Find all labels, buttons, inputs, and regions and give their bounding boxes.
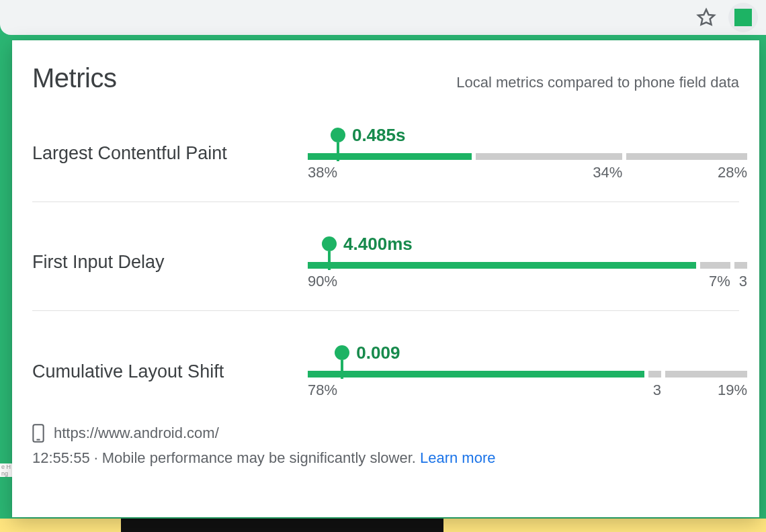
segment-poor xyxy=(665,371,747,378)
local-value-marker: 0.009 xyxy=(335,345,349,379)
timestamp: 12:55:55 xyxy=(32,449,90,466)
segment-poor xyxy=(734,262,747,269)
segment-ni xyxy=(700,262,730,269)
browser-omnibox-bar xyxy=(0,0,766,35)
marker-stem xyxy=(328,251,331,270)
metric-row: Largest Contentful Paint0.485s38%34%28% xyxy=(32,93,739,202)
footer-note: 12:55:55·Mobile performance may be signi… xyxy=(32,449,739,467)
segment-label: 3 xyxy=(648,382,661,399)
segment-good xyxy=(308,262,696,269)
segment-label: 90% xyxy=(308,273,696,290)
metric-distribution-bar: 0.00978%319% xyxy=(308,344,739,399)
metric-name: Largest Contentful Paint xyxy=(32,143,308,164)
marker-stem xyxy=(341,360,343,379)
local-value-marker: 4.400ms xyxy=(322,236,337,270)
marker-dot-icon xyxy=(331,128,345,142)
panel-title: Metrics xyxy=(32,63,116,93)
segment-label: 7% xyxy=(700,273,730,290)
segment-ni xyxy=(476,153,622,160)
segment-label: 28% xyxy=(626,164,747,181)
page-background-footer xyxy=(0,519,766,532)
web-vitals-extension-icon xyxy=(734,9,752,26)
segment-ni xyxy=(648,371,661,378)
segment-poor xyxy=(626,153,747,160)
metric-distribution-bar: 0.485s38%34%28% xyxy=(308,126,739,181)
metric-name: First Input Delay xyxy=(32,252,308,273)
phone-icon xyxy=(32,424,44,443)
bookmark-star-icon[interactable] xyxy=(696,7,716,28)
panel-subtitle: Local metrics compared to phone field da… xyxy=(456,74,739,91)
marker-dot-icon xyxy=(335,345,349,360)
metric-name: Cumulative Layout Shift xyxy=(32,361,308,382)
marker-dot-icon xyxy=(322,236,337,251)
tested-url: https://www.android.com/ xyxy=(54,425,219,442)
page-background-text: e Hng xyxy=(0,463,12,477)
segment-label: 38% xyxy=(308,164,472,181)
page-background-strip xyxy=(0,40,12,519)
marker-stem xyxy=(337,142,339,161)
metric-row: Cumulative Layout Shift0.00978%319% xyxy=(32,311,739,420)
metric-distribution-bar: 4.400ms90%7%3 xyxy=(308,235,739,290)
local-value-marker: 0.485s xyxy=(331,128,345,161)
segment-label: 34% xyxy=(476,164,622,181)
metric-local-value: 4.400ms xyxy=(343,234,413,255)
segment-label: 3 xyxy=(734,273,747,290)
web-vitals-popup: Metrics Local metrics compared to phone … xyxy=(12,40,759,517)
segment-label: 19% xyxy=(665,382,747,399)
extension-badge[interactable] xyxy=(728,3,758,32)
footer-warning-text: Mobile performance may be significantly … xyxy=(102,449,416,466)
metric-local-value: 0.485s xyxy=(352,125,406,146)
segment-good xyxy=(308,371,644,378)
metric-row: First Input Delay4.400ms90%7%3 xyxy=(32,202,739,311)
learn-more-link[interactable]: Learn more xyxy=(420,449,496,466)
segment-label: 78% xyxy=(308,382,644,399)
metric-local-value: 0.009 xyxy=(356,343,400,363)
